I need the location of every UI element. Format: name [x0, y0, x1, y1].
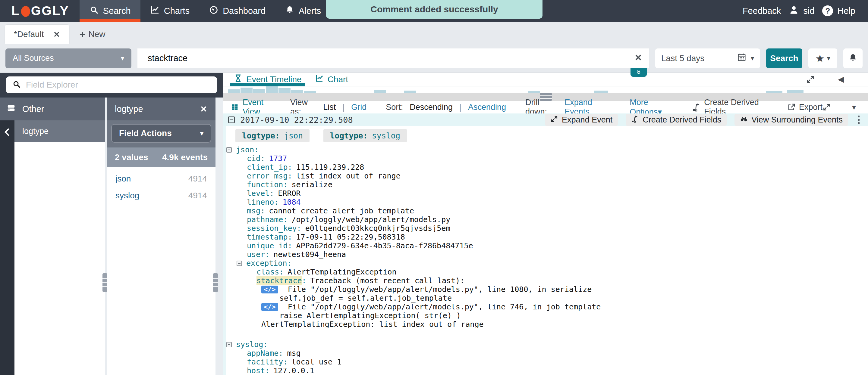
field-group-other[interactable]: Other [0, 98, 105, 121]
log-key[interactable]: facility [247, 357, 283, 366]
source-selector[interactable]: All Sources ▾ [5, 48, 131, 68]
person-icon [789, 5, 799, 17]
expand-view-icon[interactable] [823, 103, 831, 111]
log-key[interactable]: error_msg [247, 172, 287, 180]
log-value: 1084 [282, 198, 301, 206]
view-as-list[interactable]: List [323, 103, 336, 112]
log-key[interactable]: unique_id [247, 241, 287, 250]
nav-item-search[interactable]: Search [80, 0, 141, 22]
chevron-down-icon: ▾ [827, 55, 830, 62]
log-key[interactable]: pathname [247, 215, 283, 224]
log-line: stacktrace:Traceback (most recent call l… [223, 276, 868, 285]
close-panel-icon[interactable] [200, 105, 208, 113]
export-button[interactable]: Export [787, 103, 823, 112]
log-key[interactable]: json: [236, 145, 258, 154]
view-surrounding-events-button[interactable]: View Surrounding Events [735, 114, 848, 126]
charts-icon [150, 5, 160, 17]
log-value: Traceback (most recent call last): [310, 276, 465, 285]
log-key[interactable]: user [247, 250, 265, 259]
log-line: pathname:/opt/loggly/web/app/alert/model… [223, 215, 868, 224]
toolbar-caret-icon[interactable]: ▾ [852, 103, 856, 112]
log-key[interactable]: function [247, 180, 283, 189]
sort-descending[interactable]: Descending [410, 103, 453, 112]
log-stack-line: self.job_def = self.alert.job_template [279, 294, 452, 303]
time-range-selector[interactable]: Last 5 days ▾ [655, 48, 760, 68]
log-key[interactable]: appName [247, 349, 278, 357]
log-key[interactable]: lineno [247, 198, 274, 206]
log-line: exception: [223, 259, 868, 268]
bell-icon [285, 5, 294, 17]
event-tag-syslog[interactable]: logtype:syslog [323, 129, 407, 142]
event-menu-kebab[interactable] [858, 115, 860, 124]
collapse-node-icon[interactable] [226, 147, 232, 152]
log-key[interactable]: session_key [247, 224, 297, 233]
search-button[interactable]: Search [766, 48, 802, 68]
panel-resize-grip[interactable] [102, 273, 107, 292]
dashboard-icon [209, 5, 218, 17]
timeline-bar [253, 89, 265, 93]
time-range-label: Last 5 days [661, 54, 733, 63]
nav-right: Feedback sid ? Help [743, 0, 868, 22]
clear-search-icon[interactable] [634, 53, 643, 63]
field-actions-dropdown[interactable]: Field Actions ▾ [111, 124, 211, 143]
expand-panel-icon[interactable] [806, 75, 815, 84]
field-value-link[interactable]: syslog [116, 191, 139, 200]
nav-item-dashboard[interactable]: Dashboard [199, 0, 275, 22]
new-tab-button[interactable]: + New [80, 25, 105, 44]
search-input[interactable] [137, 48, 649, 68]
field-explorer-input[interactable] [26, 80, 211, 90]
user-menu[interactable]: sid [789, 5, 814, 17]
log-colon: : [287, 241, 292, 250]
alert-bell-button[interactable] [843, 48, 863, 68]
field-value-count: 4914 [188, 191, 207, 200]
field-value-link[interactable]: json [116, 174, 131, 183]
tab-chart[interactable]: Chart [315, 73, 348, 86]
nav-item-label: Dashboard [223, 6, 266, 16]
expand-search-button[interactable] [630, 68, 647, 77]
log-line: </>File "/opt/loggly/web/app/alert/model… [223, 285, 868, 294]
log-key[interactable]: host [247, 366, 265, 375]
nav-item-label: Alerts [299, 6, 321, 16]
log-key[interactable]: level [247, 189, 270, 198]
nav-item-charts[interactable]: Charts [141, 0, 199, 22]
create-derived-fields-button[interactable]: Create Derived Fields [626, 114, 727, 126]
chevron-down-icon: ▾ [751, 55, 754, 62]
log-key[interactable]: cid [247, 154, 260, 163]
log-key[interactable]: msg [247, 206, 260, 215]
tab-event-timeline[interactable]: Event Timeline [234, 73, 302, 86]
tab-default[interactable]: *Default [5, 25, 69, 44]
collapse-node-icon[interactable] [226, 342, 232, 347]
code-icon[interactable]: </> [261, 285, 278, 294]
sort-ascending[interactable]: Ascending [468, 103, 506, 112]
code-icon[interactable]: </> [261, 303, 278, 311]
log-key[interactable]: timestamp [247, 233, 287, 241]
event-header[interactable]: 2017-09-10 22:22:29.508 Expand EventCrea… [223, 113, 868, 126]
close-tab-icon[interactable] [53, 31, 60, 38]
expand-event-button[interactable]: Expand Event [545, 114, 618, 126]
help-icon: ? [822, 5, 833, 16]
log-key[interactable]: client_ip [247, 163, 287, 172]
nav-item-alerts[interactable]: Alerts [275, 0, 331, 22]
log-key[interactable]: exception: [246, 259, 292, 268]
collapse-event-icon[interactable] [228, 116, 235, 123]
log-key[interactable]: class [256, 268, 279, 276]
sidebar-field-logtype[interactable]: logtype [14, 121, 105, 142]
log-key[interactable]: syslog: [236, 340, 268, 349]
feedback-link[interactable]: Feedback [743, 6, 781, 16]
log-line: timestamp:17-09-11 05:22:29,508318 [223, 233, 868, 241]
view-as-grid[interactable]: Grid [351, 103, 367, 112]
help-link[interactable]: ? Help [822, 5, 855, 16]
collapse-panel-icon[interactable]: ◀ [838, 75, 844, 84]
log-key-highlighted[interactable]: stacktrace [256, 276, 302, 285]
log-line: json: [223, 145, 868, 154]
log-line: raise AlertTemplatingException( str(e) ) [223, 311, 868, 320]
log-colon: : [302, 276, 307, 285]
content: Other logtype logty [0, 73, 868, 375]
event-tag-json[interactable]: logtype:json [236, 129, 310, 142]
panel-resize-grip[interactable] [213, 273, 218, 292]
timeline-bar [241, 88, 253, 93]
saved-searches-button[interactable]: ★ ▾ [808, 48, 837, 68]
collapse-sidebar-button[interactable] [0, 121, 14, 375]
collapse-node-icon[interactable] [237, 261, 242, 266]
loggly-logo[interactable]: LGGLY [0, 0, 80, 22]
